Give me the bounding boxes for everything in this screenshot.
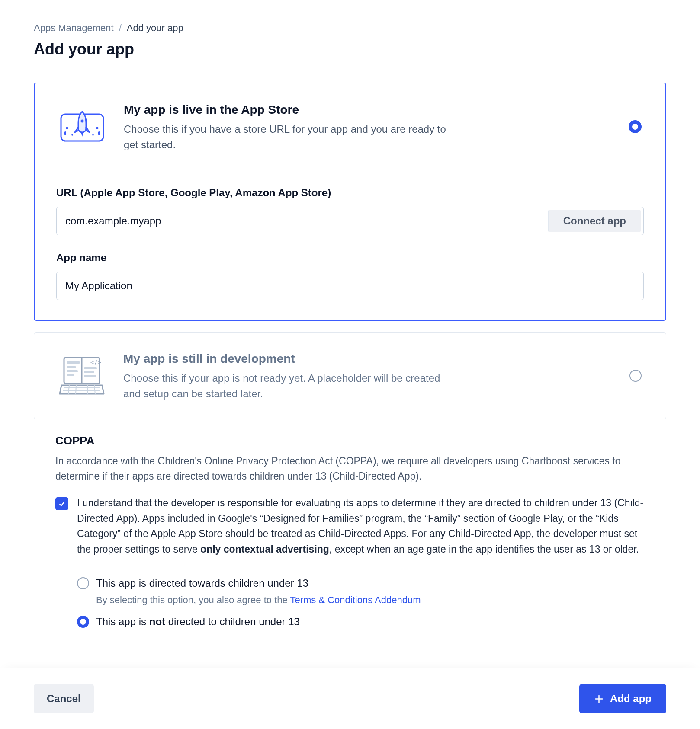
svg-rect-11: [67, 366, 76, 368]
coppa-directed-radio[interactable]: [77, 577, 89, 589]
svg-rect-16: [84, 371, 94, 373]
option-live-title: My app is live in the App Store: [124, 101, 594, 119]
cancel-button[interactable]: Cancel: [34, 684, 94, 713]
option-live-description: Choose this if you have a store URL for …: [124, 122, 453, 153]
option-dev-description: Choose this if your app is not ready yet…: [123, 371, 452, 402]
svg-line-20: [68, 385, 69, 394]
option-card-dev[interactable]: </> My app is still in development Choos…: [34, 332, 666, 419]
plus-icon: [594, 694, 604, 704]
svg-point-2: [66, 127, 68, 129]
svg-rect-10: [67, 361, 80, 364]
page-title: Add your app: [34, 38, 666, 61]
coppa-intro: In accordance with the Children's Online…: [55, 454, 645, 483]
terms-addendum-link[interactable]: Terms & Conditions Addendum: [290, 595, 421, 605]
app-name-input[interactable]: [56, 272, 644, 300]
svg-rect-12: [67, 370, 78, 372]
breadcrumb-parent[interactable]: Apps Management: [34, 21, 114, 35]
app-name-label: App name: [56, 250, 644, 265]
check-icon: [58, 500, 66, 508]
svg-rect-6: [98, 131, 100, 135]
svg-line-21: [76, 385, 76, 394]
option-dev-radio[interactable]: [629, 370, 642, 382]
svg-rect-13: [67, 374, 74, 376]
svg-point-1: [81, 120, 84, 123]
option-dev-title: My app is still in development: [123, 350, 594, 368]
svg-point-4: [71, 134, 73, 136]
coppa-not-directed-label: This app is not directed to children und…: [96, 614, 300, 630]
rocket-live-icon: [56, 109, 108, 144]
coppa-ack-checkbox[interactable]: [55, 497, 68, 510]
coppa-directed-label: This app is directed towards children un…: [96, 576, 421, 591]
url-field-label: URL (Apple App Store, Google Play, Amazo…: [56, 185, 644, 201]
breadcrumb-current: Add your app: [127, 21, 183, 35]
svg-rect-15: [84, 367, 97, 369]
coppa-ack-text: I understand that the developer is respo…: [77, 496, 645, 557]
url-input[interactable]: [57, 207, 546, 235]
add-app-button[interactable]: Add app: [579, 684, 666, 713]
coppa-section: COPPA In accordance with the Children's …: [34, 432, 666, 630]
connect-app-button[interactable]: Connect app: [548, 210, 641, 232]
svg-line-23: [94, 385, 95, 394]
breadcrumb: Apps Management / Add your app: [34, 21, 666, 35]
svg-point-7: [92, 134, 94, 136]
svg-rect-3: [64, 131, 66, 135]
svg-rect-17: [84, 375, 96, 377]
svg-point-5: [96, 127, 99, 129]
coppa-not-directed-radio[interactable]: [77, 616, 89, 628]
coppa-heading: COPPA: [55, 432, 645, 449]
add-app-label: Add app: [610, 693, 652, 705]
footer: Cancel Add app: [0, 668, 700, 729]
option-card-live[interactable]: My app is live in the App Store Choose t…: [34, 83, 666, 321]
laptop-dev-icon: </>: [56, 355, 108, 396]
breadcrumb-separator: /: [119, 21, 122, 35]
option-live-radio[interactable]: [629, 120, 642, 133]
svg-line-22: [87, 385, 88, 394]
coppa-directed-sublabel: By selecting this option, you also agree…: [96, 593, 421, 607]
svg-text:</>: </>: [90, 359, 101, 366]
